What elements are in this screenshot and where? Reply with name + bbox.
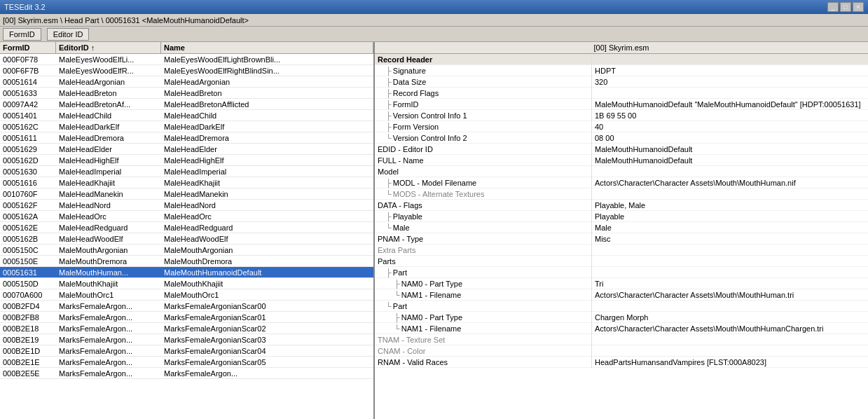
cell-name: MarksFemaleArgonianScar03 <box>161 334 373 345</box>
tree-row[interactable]: └NAM1 - Filename Actors\Character\Charac… <box>375 289 868 301</box>
formid-label: FormID <box>9 30 35 39</box>
cell-editorid: MaleEyesWoodElfLi... <box>56 54 161 65</box>
cell-formid: 0005162C <box>0 121 56 132</box>
table-row[interactable]: 0005162F MaleHeadNord MaleHeadNord <box>0 200 373 211</box>
cell-name: MarksFemaleArgonianScar04 <box>161 345 373 357</box>
table-row[interactable]: 0005150E MaleMouthDremora MaleMouthDremo… <box>0 256 373 267</box>
cell-formid: 000B2E19 <box>0 334 56 345</box>
close-button[interactable]: × <box>853 2 864 12</box>
tree-row[interactable]: ├Form Version 40 <box>375 121 868 132</box>
table-row[interactable]: 00051629 MaleHeadElder MaleHeadElder <box>0 144 373 155</box>
tree-row[interactable]: Extra Parts <box>375 245 868 256</box>
table-row[interactable]: 000B2E1D MarksFemaleArgon... MarksFemale… <box>0 345 373 357</box>
maximize-button[interactable]: □ <box>840 2 851 12</box>
cell-formid: 00051631 <box>0 267 56 278</box>
formid-toolbar-item[interactable]: FormID <box>3 28 41 41</box>
table-row[interactable]: 000B2E19 MarksFemaleArgon... MarksFemale… <box>0 334 373 345</box>
tree-row[interactable]: PNAM - Type Misc <box>375 233 868 245</box>
col-header-editorid[interactable]: EditorID ↑ <box>56 42 161 53</box>
table-row[interactable]: 00051614 MaleHeadArgonian MaleHeadArgoni… <box>0 76 373 88</box>
table-row[interactable]: 0005162A MaleHeadOrc MaleHeadOrc <box>0 211 373 222</box>
table-row[interactable]: 00051616 MaleHeadKhajiit MaleHeadKhajiit <box>0 177 373 188</box>
table-row[interactable]: 0005162C MaleHeadDarkElf MaleHeadDarkElf <box>0 121 373 132</box>
tree-value: 320 <box>592 76 868 88</box>
cell-formid: 0005150E <box>0 256 56 267</box>
table-row[interactable]: 0005162B MaleHeadWoodElf MaleHeadWoodElf <box>0 233 373 245</box>
tree-value: MaleMouthHumanoidDefault <box>592 144 868 155</box>
cell-name: MarksFemaleArgonianScar01 <box>161 312 373 323</box>
minimize-button[interactable]: _ <box>827 2 839 12</box>
tree-row[interactable]: ├Signature HDPT <box>375 65 868 76</box>
col-header-formid[interactable]: FormID <box>0 42 56 53</box>
tree-row[interactable]: └MODS - Alternate Textures <box>375 188 868 200</box>
table-row[interactable]: 00051611 MaleHeadDremora MaleHeadDremora <box>0 132 373 144</box>
cell-name: MaleHeadDremora <box>161 132 373 144</box>
col-header-name[interactable]: Name <box>161 42 373 53</box>
tree-label: ├Form Version <box>375 121 592 132</box>
tree-label: PNAM - Type <box>375 233 592 245</box>
tree-row[interactable]: └Version Control Info 2 08 00 <box>375 132 868 144</box>
tree-value: Actors\Character\Character Assets\Mouth\… <box>592 289 868 301</box>
table-row[interactable]: 0010760F MaleHeadManekin MaleHeadManekin <box>0 188 373 200</box>
right-panel-header: [00] Skyrim.esm <box>375 42 868 54</box>
tree-row[interactable]: ├MODL - Model Filename Actors\Character\… <box>375 177 868 188</box>
table-row[interactable]: 00070A600 MaleMouthOrc1 MaleMouthOrc1 <box>0 289 373 301</box>
tree-label: └Part <box>375 301 592 312</box>
tree-row[interactable]: ├FormID MaleMouthHumanoidDefault "MaleMo… <box>375 99 868 110</box>
tree-row[interactable]: ├Record Flags <box>375 88 868 99</box>
table-row[interactable]: 0005162E MaleHeadRedguard MaleHeadRedgua… <box>0 222 373 233</box>
tree-value: Male <box>592 222 868 233</box>
tree-row[interactable]: DATA - Flags Playable, Male <box>375 200 868 211</box>
tree-row[interactable]: ├NAM0 - Part Type Chargen Morph <box>375 312 868 323</box>
cell-name: MaleEyesWoodElfLightBrownBli... <box>161 54 373 65</box>
tree-row[interactable]: FULL - Name MaleMouthHumanoidDefault <box>375 155 868 166</box>
tree-row[interactable]: Parts <box>375 256 868 267</box>
tree-row[interactable]: ├NAM0 - Part Type Tri <box>375 278 868 289</box>
cell-editorid: MaleHeadRedguard <box>56 222 161 233</box>
tree-row[interactable]: TNAM - Texture Set <box>375 334 868 345</box>
table-row[interactable]: 00051630 MaleHeadImperial MaleHeadImperi… <box>0 166 373 177</box>
cell-editorid: MarksFemaleArgon... <box>56 301 161 312</box>
tree-row[interactable]: └NAM1 - Filename Actors\Character\Charac… <box>375 323 868 334</box>
table-row[interactable]: 00051631 MaleMouthHuman... MaleMouthHuma… <box>0 267 373 278</box>
table-row[interactable]: 000F6F7B MaleEyesWoodElfR... MaleEyesWoo… <box>0 65 373 76</box>
record-tree: Record Header ├Signature HDPT ├Data Size… <box>375 54 868 368</box>
tree-row[interactable]: └Part <box>375 301 868 312</box>
tree-row[interactable]: Record Header <box>375 54 868 65</box>
tree-value: HeadPartsHumansandVampires [FLST:000A802… <box>592 357 868 368</box>
cell-name: MaleHeadRedguard <box>161 222 373 233</box>
cell-editorid: MaleHeadChild <box>56 110 161 121</box>
table-row[interactable]: 0005162D MaleHeadHighElf MaleHeadHighElf <box>0 155 373 166</box>
table-row[interactable]: 000F0F78 MaleEyesWoodElfLi... MaleEyesWo… <box>0 54 373 65</box>
cell-name: MaleHeadHighElf <box>161 155 373 166</box>
tree-row[interactable]: ├Data Size 320 <box>375 76 868 88</box>
table-row[interactable]: 000B2FD4 MarksFemaleArgon... MarksFemale… <box>0 301 373 312</box>
tree-row[interactable]: ├Version Control Info 1 1B 69 55 00 <box>375 110 868 121</box>
tree-row[interactable]: ├Part <box>375 267 868 278</box>
table-row[interactable]: 000B2E5E MarksFemaleArgon... MarksFemale… <box>0 368 373 379</box>
table-row[interactable]: 00097A42 MaleHeadBretonAf... MaleHeadBre… <box>0 99 373 110</box>
tree-row[interactable]: EDID - Editor ID MaleMouthHumanoidDefaul… <box>375 144 868 155</box>
record-list[interactable]: 000F0F78 MaleEyesWoodElfLi... MaleEyesWo… <box>0 54 373 419</box>
title-bar: TESEdit 3.2 _ □ × <box>0 0 868 14</box>
table-row[interactable]: 0005150C MaleMouthArgonian MaleMouthArgo… <box>0 245 373 256</box>
tree-row[interactable]: CNAM - Color <box>375 345 868 357</box>
cell-formid: 00051630 <box>0 166 56 177</box>
tree-row[interactable]: Model <box>375 166 868 177</box>
table-header: FormID EditorID ↑ Name <box>0 42 373 54</box>
tree-row[interactable]: RNAM - Valid Races HeadPartsHumansandVam… <box>375 357 868 368</box>
tree-label: ├Part <box>375 267 592 278</box>
table-row[interactable]: 000B2E18 MarksFemaleArgon... MarksFemale… <box>0 323 373 334</box>
window-controls[interactable]: _ □ × <box>827 2 864 12</box>
cell-formid: 0005150C <box>0 245 56 256</box>
table-row[interactable]: 000B2FB8 MarksFemaleArgon... MarksFemale… <box>0 312 373 323</box>
table-row[interactable]: 00051401 MaleHeadChild MaleHeadChild <box>0 110 373 121</box>
tree-value <box>592 245 868 256</box>
editorid-toolbar-item[interactable]: Editor ID <box>47 28 90 41</box>
table-row[interactable]: 0005150D MaleMouthKhajiit MaleMouthKhaji… <box>0 278 373 289</box>
cell-formid: 00051401 <box>0 110 56 121</box>
tree-row[interactable]: └Male Male <box>375 222 868 233</box>
tree-row[interactable]: ├Playable Playable <box>375 211 868 222</box>
table-row[interactable]: 00051633 MaleHeadBreton MaleHeadBreton <box>0 88 373 99</box>
table-row[interactable]: 000B2E1E MarksFemaleArgon... MarksFemale… <box>0 357 373 368</box>
